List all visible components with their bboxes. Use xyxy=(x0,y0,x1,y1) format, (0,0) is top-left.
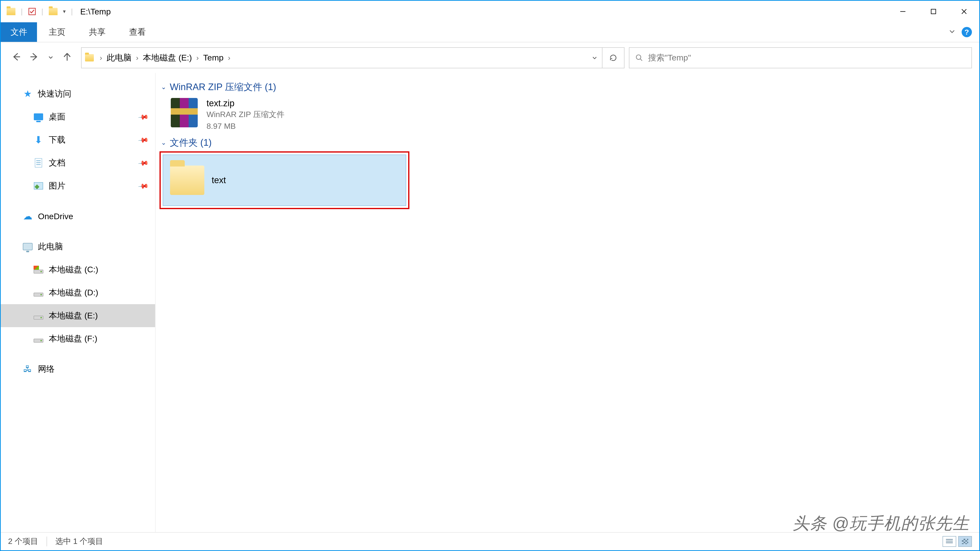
sidebar-item-drive-f[interactable]: 本地磁盘 (F:) xyxy=(1,327,155,350)
drive-icon xyxy=(33,339,43,343)
close-button[interactable] xyxy=(949,1,979,22)
sidebar-item-label: 本地磁盘 (E:) xyxy=(49,310,98,321)
status-item-count: 2 个项目 xyxy=(8,536,38,547)
view-large-icons-button[interactable] xyxy=(958,536,972,547)
ribbon-expand-icon[interactable] xyxy=(948,28,956,37)
sidebar-item-network[interactable]: 🖧 网络 xyxy=(1,357,155,381)
recent-dropdown-icon[interactable] xyxy=(48,54,54,62)
sidebar-item-label: 本地磁盘 (C:) xyxy=(49,264,98,275)
properties-icon[interactable] xyxy=(28,8,36,16)
tab-share[interactable]: 共享 xyxy=(77,22,117,42)
folder-icon xyxy=(6,8,16,15)
navigation-pane: ★ 快速访问 桌面 📌 ⬇ 下载 📌 文档 📌 图片 📌 xyxy=(1,73,156,532)
breadcrumb-folder[interactable]: Temp xyxy=(203,53,223,62)
drive-icon xyxy=(33,293,43,297)
address-bar[interactable]: › 此电脑 › 本地磁盘 (E:) › Temp › xyxy=(81,47,625,68)
breadcrumb-this-pc[interactable]: 此电脑 xyxy=(107,52,132,64)
group-header-zip[interactable]: ⌄ WinRAR ZIP 压缩文件 (1) xyxy=(159,78,979,96)
folder-icon xyxy=(49,8,57,15)
refresh-button[interactable] xyxy=(602,48,624,68)
document-icon xyxy=(35,158,42,167)
picture-icon xyxy=(34,182,43,189)
group-header-label: WinRAR ZIP 压缩文件 (1) xyxy=(170,81,276,93)
group-header-label: 文件夹 (1) xyxy=(170,137,212,149)
file-item-zip[interactable]: text.zip WinRAR ZIP 压缩文件 8.97 MB xyxy=(159,96,409,133)
sidebar-item-this-pc[interactable]: 此电脑 xyxy=(1,235,155,258)
sidebar-item-desktop[interactable]: 桌面 📌 xyxy=(1,105,155,128)
svg-line-8 xyxy=(640,59,642,61)
drive-icon xyxy=(33,316,43,319)
pin-icon: 📌 xyxy=(137,180,149,192)
separator: | xyxy=(41,7,43,16)
svg-rect-2 xyxy=(931,9,935,14)
file-list-pane: ⌄ WinRAR ZIP 压缩文件 (1) text.zip WinRAR ZI… xyxy=(156,73,979,532)
maximize-button[interactable] xyxy=(918,1,949,22)
sidebar-item-documents[interactable]: 文档 📌 xyxy=(1,151,155,175)
quick-access-toolbar: | | ▾ | xyxy=(1,7,73,16)
pin-icon: 📌 xyxy=(137,134,149,146)
svg-point-7 xyxy=(636,55,641,59)
help-icon[interactable]: ? xyxy=(962,27,972,37)
search-placeholder: 搜索"Temp" xyxy=(648,52,691,64)
network-icon: 🖧 xyxy=(23,364,33,374)
minimize-button[interactable] xyxy=(888,1,918,22)
sidebar-item-downloads[interactable]: ⬇ 下载 📌 xyxy=(1,128,155,151)
tab-file[interactable]: 文件 xyxy=(1,22,37,42)
status-bar: 2 个项目 选中 1 个项目 xyxy=(1,532,979,550)
group-header-folder[interactable]: ⌄ 文件夹 (1) xyxy=(159,133,979,151)
zip-archive-icon xyxy=(171,98,198,127)
chevron-right-icon[interactable]: › xyxy=(223,54,235,62)
chevron-right-icon[interactable]: › xyxy=(132,54,143,62)
status-selected-count: 选中 1 个项目 xyxy=(56,536,103,547)
chevron-down-icon: ⌄ xyxy=(161,139,166,146)
chevron-down-icon: ⌄ xyxy=(161,83,166,91)
folder-icon xyxy=(170,165,204,195)
sidebar-item-label: 快速访问 xyxy=(38,88,71,99)
sidebar-item-label: OneDrive xyxy=(38,211,73,221)
tab-home[interactable]: 主页 xyxy=(37,22,77,42)
file-name: text.zip xyxy=(207,98,285,108)
file-item-folder-highlighted[interactable]: text xyxy=(159,151,409,209)
chevron-right-icon[interactable]: › xyxy=(192,54,203,62)
sidebar-item-drive-e[interactable]: 本地磁盘 (E:) xyxy=(1,304,155,327)
sidebar-item-label: 下载 xyxy=(49,134,65,146)
sidebar-item-onedrive[interactable]: ☁ OneDrive xyxy=(1,205,155,228)
navigation-row: › 此电脑 › 本地磁盘 (E:) › Temp › 搜索"Temp" xyxy=(1,42,979,73)
sidebar-item-quick-access[interactable]: ★ 快速访问 xyxy=(1,82,155,105)
sidebar-item-label: 桌面 xyxy=(49,111,65,122)
star-icon: ★ xyxy=(23,89,33,99)
forward-button[interactable] xyxy=(30,52,39,63)
pin-icon: 📌 xyxy=(137,157,149,169)
qat-dropdown-icon[interactable]: ▾ xyxy=(63,8,66,15)
up-button[interactable] xyxy=(62,52,72,63)
sidebar-item-drive-d[interactable]: 本地磁盘 (D:) xyxy=(1,281,155,304)
file-type: WinRAR ZIP 压缩文件 xyxy=(207,108,285,120)
sidebar-item-label: 此电脑 xyxy=(38,241,63,252)
sidebar-item-pictures[interactable]: 图片 📌 xyxy=(1,175,155,197)
separator xyxy=(46,537,47,546)
file-name: text xyxy=(212,175,226,186)
sidebar-item-label: 文档 xyxy=(49,157,65,168)
back-button[interactable] xyxy=(11,52,21,63)
drive-icon xyxy=(33,270,43,273)
ribbon-tabs: 文件 主页 共享 查看 ? xyxy=(1,22,979,42)
view-details-button[interactable] xyxy=(942,536,956,547)
folder-icon xyxy=(85,54,94,62)
chevron-right-icon[interactable]: › xyxy=(95,54,107,62)
sidebar-item-label: 网络 xyxy=(38,364,55,375)
sidebar-item-label: 图片 xyxy=(49,180,65,192)
breadcrumb-drive[interactable]: 本地磁盘 (E:) xyxy=(143,52,192,64)
sidebar-item-label: 本地磁盘 (F:) xyxy=(49,333,97,344)
sidebar-item-drive-c[interactable]: 本地磁盘 (C:) xyxy=(1,258,155,281)
search-box[interactable]: 搜索"Temp" xyxy=(629,47,972,68)
file-size: 8.97 MB xyxy=(207,120,285,132)
search-icon xyxy=(635,54,643,62)
separator: | xyxy=(71,7,73,16)
pin-icon: 📌 xyxy=(137,111,149,123)
tab-view[interactable]: 查看 xyxy=(117,22,158,42)
sidebar-item-label: 本地磁盘 (D:) xyxy=(49,287,98,298)
explorer-window: | | ▾ | E:\Temp 文件 主页 共享 查看 ? xyxy=(0,0,980,551)
window-title: E:\Temp xyxy=(80,7,111,16)
download-icon: ⬇ xyxy=(33,135,43,145)
address-dropdown-icon[interactable] xyxy=(587,55,602,61)
